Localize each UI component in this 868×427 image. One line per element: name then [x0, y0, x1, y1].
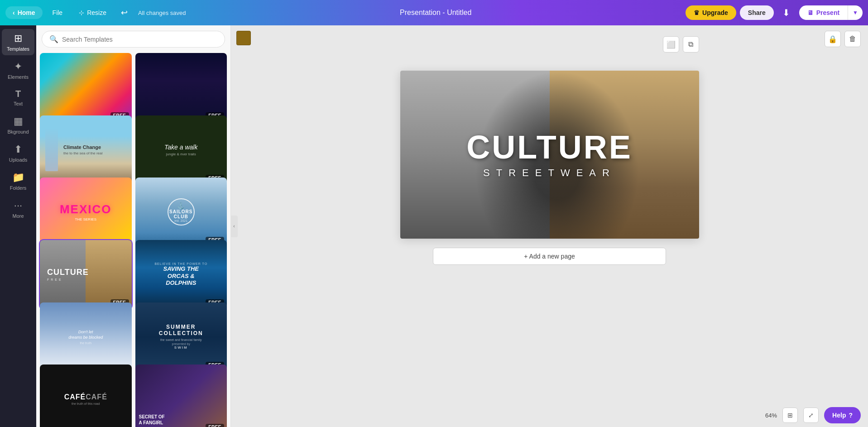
resize-button[interactable]: ⊹ Resize: [72, 6, 113, 19]
present-label: Present: [816, 9, 839, 16]
hide-panel-button[interactable]: ‹: [230, 216, 238, 237]
chevron-left-icon: ‹: [233, 224, 235, 229]
grid-view-button[interactable]: ⊞: [782, 408, 798, 423]
sidebar-item-folders[interactable]: 📁 Folders: [2, 168, 34, 194]
topbar: ‹ Home File ⊹ Resize ↩ All changes saved…: [0, 0, 868, 25]
add-page-button[interactable]: + Add a new page: [433, 248, 666, 265]
delete-button[interactable]: 🗑: [844, 31, 861, 47]
template-card-culture[interactable]: CULTURE FREE FREE: [40, 240, 132, 309]
template-card-cafe[interactable]: CAFÉCAFÉ the truth of this road: [40, 365, 132, 427]
sidebar-item-elements[interactable]: ✦ Elements: [2, 57, 34, 83]
template-card-inner: ⚓ SAILORS CLUB est. 2021: [135, 178, 227, 246]
canvas-area: 🔒 🗑 ⬜ ⧉: [231, 25, 868, 427]
share-label: Share: [748, 9, 766, 16]
zoom-level: 64%: [765, 412, 777, 419]
template-card-summer[interactable]: SUMMERCOLLECTION the sweet and financial…: [135, 302, 227, 371]
color-swatch[interactable]: [236, 31, 251, 45]
template-card-mexico[interactable]: MEXICO THE SERIES: [40, 178, 132, 246]
background-icon: ▦: [14, 115, 23, 127]
crown-icon: ♛: [694, 9, 700, 16]
template-card-inner: BELIEVE IN THE POWER TO SAVING THEORCAS …: [135, 240, 227, 309]
sidebar-item-text[interactable]: T Text: [2, 85, 34, 110]
template-card-inner: Don't letdreams be blocked the truth: [40, 302, 132, 371]
folders-label: Folders: [10, 185, 27, 191]
template-card-climate[interactable]: Climate Change the to the sea of the rea…: [40, 115, 132, 184]
home-button[interactable]: ‹ Home: [5, 6, 43, 19]
status-bar: 64% ⊞ ⤢ Help ?: [758, 403, 868, 427]
sidebar-item-background[interactable]: ▦ Bkground: [2, 112, 34, 138]
undo-icon: ↩: [121, 8, 128, 18]
search-icon: 🔍: [49, 35, 58, 43]
sailors-badge: ⚓ SAILORS CLUB est. 2021: [168, 198, 195, 225]
upgrade-button[interactable]: ♛ Upgrade: [686, 5, 736, 20]
uploads-label: Uploads: [9, 157, 27, 163]
presentation-title: Presentation - Untitled: [400, 9, 471, 17]
template-card-orcas[interactable]: BELIEVE IN THE POWER TO SAVING THEORCAS …: [135, 240, 227, 309]
text-label: Text: [14, 101, 23, 106]
template-card-inner: SECRET OFA FANGIRL BY MELISSA HOPKINS: [135, 365, 227, 427]
duplicate-slide-button[interactable]: ⧉: [683, 36, 699, 53]
copy-slide-icon: ⧉: [688, 40, 693, 48]
search-bar: 🔍: [42, 31, 225, 48]
template-card-inner: Take a walk jungle & river trails: [135, 115, 227, 184]
templates-panel: 🔍 FREE FREE: [36, 25, 231, 427]
share-button[interactable]: Share: [740, 5, 774, 20]
template-card-colorful[interactable]: FREE: [40, 53, 132, 122]
main-body: ⊞ Templates ✦ Elements T Text ▦ Bkground…: [0, 25, 868, 427]
file-button[interactable]: File: [46, 6, 69, 19]
templates-icon: ⊞: [14, 33, 22, 44]
template-card-walk[interactable]: Take a walk jungle & river trails FREE: [135, 115, 227, 184]
notes-button[interactable]: ⬜: [663, 36, 679, 53]
slide-container[interactable]: CULTURE STREETWEAR: [400, 71, 699, 239]
slide-wrapper: ⬜ ⧉ CULTURE STREETWE: [400, 53, 699, 265]
download-button[interactable]: ⬇: [777, 4, 796, 22]
slide-canvas[interactable]: CULTURE STREETWEAR: [400, 71, 699, 239]
more-icon: ···: [14, 200, 22, 211]
help-button[interactable]: Help ?: [824, 407, 861, 423]
sidebar-item-templates[interactable]: ⊞ Templates: [2, 29, 34, 55]
template-card-inner: MEXICO THE SERIES: [40, 178, 132, 246]
elements-label: Elements: [8, 74, 29, 80]
chevron-down-icon: ▼: [853, 10, 858, 16]
slide-main-title: CULTURE: [466, 131, 633, 163]
template-card-fangirl[interactable]: SECRET OFA FANGIRL BY MELISSA HOPKINS FR…: [135, 365, 227, 427]
folders-icon: 📁: [12, 172, 24, 183]
free-badge: FREE: [206, 424, 224, 427]
template-card-inner: SUMMERCOLLECTION the sweet and financial…: [135, 302, 227, 371]
background-label: Bkground: [7, 129, 29, 134]
question-icon: ?: [849, 412, 853, 419]
text-icon: T: [15, 89, 21, 99]
present-button[interactable]: 🖥 Present: [799, 5, 848, 20]
upgrade-label: Upgrade: [702, 9, 728, 16]
sidebar-item-uploads[interactable]: ⬆ Uploads: [2, 140, 34, 166]
help-label: Help: [832, 412, 846, 419]
download-icon: ⬇: [782, 7, 790, 18]
topbar-left: ‹ Home File ⊹ Resize ↩ All changes saved: [5, 5, 186, 21]
fullscreen-button[interactable]: ⤢: [803, 408, 819, 423]
topbar-center: Presentation - Untitled: [189, 9, 682, 17]
lock-button[interactable]: 🔒: [825, 31, 841, 47]
slide-subtitle: STREETWEAR: [483, 167, 616, 179]
template-card-dreams[interactable]: Don't letdreams be blocked the truth: [40, 302, 132, 371]
monitor-icon: 🖥: [807, 9, 814, 16]
expand-icon: ⤢: [808, 412, 814, 419]
templates-grid: FREE FREE Climate Change the to the sea …: [36, 51, 230, 427]
sidebar-item-more[interactable]: ··· More: [2, 196, 34, 222]
chevron-left-icon: ‹: [13, 9, 15, 16]
grid-icon: ⊞: [787, 412, 793, 419]
resize-label: Resize: [87, 9, 106, 16]
search-input[interactable]: [62, 36, 217, 43]
undo-button[interactable]: ↩: [116, 5, 133, 21]
templates-label: Templates: [7, 46, 29, 52]
uploads-icon: ⬆: [14, 144, 22, 155]
trash-icon: 🗑: [849, 35, 856, 43]
template-card-inner: CAFÉCAFÉ the truth of this road: [40, 365, 132, 427]
slide-text-overlay[interactable]: CULTURE STREETWEAR: [400, 71, 699, 239]
notes-icon: ⬜: [667, 40, 676, 49]
template-card-sailors[interactable]: ⚓ SAILORS CLUB est. 2021 FREE: [135, 178, 227, 246]
topbar-right: ♛ Upgrade Share ⬇ 🖥 Present ▼: [686, 4, 863, 22]
canvas-bottom: + Add a new page: [400, 248, 699, 265]
present-dropdown-button[interactable]: ▼: [848, 5, 863, 20]
template-card-dark-night[interactable]: FREE: [135, 53, 227, 122]
home-label: Home: [18, 9, 35, 16]
